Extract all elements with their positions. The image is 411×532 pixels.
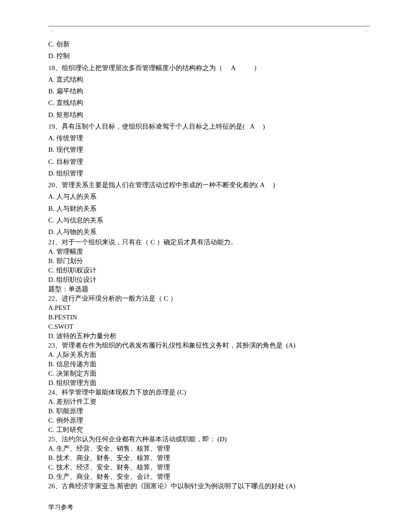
page-footer: 学习参考 [48, 503, 370, 511]
text-line: B. 职能原理 [48, 406, 370, 416]
text-line: D. 矩形结构 [48, 109, 370, 121]
text-line: C. 创新 [48, 38, 370, 50]
text-line: B. 人与财的关系 [48, 203, 370, 214]
text-line: 23、管理者在作为组织的代表发布履行礼仪性和象征性义务时，其扮演的角色是 (A) [48, 341, 370, 350]
text-line: 20、管理关系主要是指人们在管理活动过程中形成的一种不断变化着的( A ) [48, 179, 370, 191]
text-line: 22、进行产业环境分析的一般方法是（ C ） [48, 294, 370, 303]
mark: . [261, 27, 262, 32]
text-line: 19、具有压制个人目标，使组织目标凌驾于个人目标之上特征的是( A ) [48, 121, 370, 132]
text-line: C. 直线结构 [48, 97, 370, 109]
text-line: C.SWOT [48, 322, 370, 331]
text-line: 题型：单选题 [48, 285, 370, 294]
text-line: A. 传统管理 [48, 132, 370, 144]
text-line: B. 扁平结构 [48, 85, 370, 97]
text-line: C. 例外原理 [48, 416, 370, 425]
text-line: 26、古典经济学家亚当.斯密的《国富论》中以制针业为例说明了以下哪点的好处 (A… [48, 482, 370, 491]
text-line: B.PESTIN [48, 313, 370, 322]
text-line: 25、法约尔认为任何企业都有六种基本活动或职能，即： (D) [48, 435, 370, 444]
text-line: C. 决策制定方面 [48, 369, 370, 378]
text-line: D. 波特的五种力量分析 [48, 331, 370, 341]
text-line: D. 组织管理 [48, 168, 370, 179]
text-line: C. 人与信息的关系 [48, 214, 370, 226]
text-line: B. 信息传递方面 [48, 360, 370, 369]
content-block-spaced: C. 创新 D. 控制 18、组织理论上把管理层次多而管理幅度小的结构称之为（ … [48, 38, 370, 238]
text-line: C. 技术、经济、安全、财务、核算、管理 [48, 463, 370, 472]
text-line: A. 生产、经营、安全、销售、核算、管理 [48, 444, 370, 453]
text-line: D. 组织管理方面 [48, 378, 370, 388]
text-line: A. 管理幅度 [48, 247, 370, 256]
header-rule [48, 26, 370, 26]
text-line: B. 技术、商业、财务、安全、核算、管理 [48, 453, 370, 463]
text-line: A. 直式结构 [48, 74, 370, 85]
text-line: B. 现代管理 [48, 144, 370, 155]
text-line: A. 人际关系方面 [48, 350, 370, 360]
header-dash-marks: .. . . .. [48, 27, 370, 32]
text-line: D. 组织职位设计 [48, 275, 370, 285]
document-page: .. . . .. C. 创新 D. 控制 18、组织理论上把管理层次多而管理幅… [0, 0, 411, 529]
text-line: D. 人与物的关系 [48, 226, 370, 238]
text-line: A. 差别计件工资 [48, 397, 370, 406]
text-line: 24、科学管理中最能体现权力下放的原理是 (C) [48, 388, 370, 397]
text-line: D. 生产、商业、财务、安全、会计、管理 [48, 472, 370, 482]
text-line: 18、组织理论上把管理层次多而管理幅度小的结构称之为（ A ） [48, 62, 370, 74]
text-line: A.PEST [48, 303, 370, 313]
mark: . [156, 27, 158, 32]
text-line: C. 组织职权设计 [48, 266, 370, 275]
text-line: A. 人与人的关系 [48, 191, 370, 202]
mark: .. [51, 27, 53, 32]
content-block-tight: 21、对于一个组织来说，只有在（ C ）确定后才具有活动能力。 A. 管理幅度 … [48, 238, 370, 491]
text-line: D. 控制 [48, 50, 370, 62]
text-line: C. 工时研究 [48, 425, 370, 435]
mark: .. [365, 27, 367, 32]
text-line: B. 部门划分 [48, 256, 370, 266]
text-line: C. 目标管理 [48, 156, 370, 168]
text-line: 21、对于一个组织来说，只有在（ C ）确定后才具有活动能力。 [48, 238, 370, 247]
